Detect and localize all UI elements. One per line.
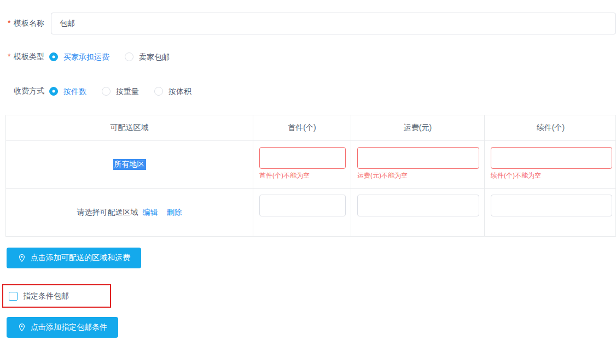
additional-item-input-row1[interactable] <box>491 147 612 169</box>
template-type-label: *模板类型 <box>8 52 49 62</box>
additional-item-cell-row1: 续件(个)不能为空 <box>485 141 616 189</box>
custom-region-placeholder-text: 请选择可配送区域 <box>77 208 138 218</box>
location-pin-icon <box>18 254 26 262</box>
template-name-label: *模板名称 <box>8 19 49 28</box>
conditional-free-shipping-box: 指定条件包邮 <box>2 284 111 308</box>
shipping-template-form: *模板名称 *模板类型 买家承担运费 卖家包邮 *收费方式 按件数 按重量 按体… <box>0 0 616 364</box>
radio-seller-free-icon[interactable] <box>125 52 133 61</box>
radio-buyer-pays-label[interactable]: 买家承担运费 <box>63 52 109 61</box>
radio-option-by-piece[interactable]: 按件数 <box>49 87 86 96</box>
radio-by-volume-label[interactable]: 按体积 <box>168 87 191 96</box>
radio-by-piece-label[interactable]: 按件数 <box>63 87 86 96</box>
additional-item-input-row2[interactable] <box>491 195 612 216</box>
radio-option-by-weight[interactable]: 按重量 <box>102 87 139 96</box>
template-type-label-text: 模板类型 <box>14 52 44 61</box>
template-name-input[interactable] <box>51 13 616 34</box>
radio-seller-free-label[interactable]: 卖家包邮 <box>139 52 170 61</box>
add-region-button-label: 点击添加可配送的区域和运费 <box>31 253 130 263</box>
template-name-row: *模板名称 <box>8 13 49 34</box>
charge-method-label-text: 收费方式 <box>14 86 44 95</box>
shipping-fee-input-row2[interactable] <box>357 195 479 216</box>
template-type-row: *模板类型 买家承担运费 卖家包邮 <box>8 52 185 61</box>
all-regions-label: 所有地区 <box>113 159 146 170</box>
first-item-cell-row1: 首件(个)不能为空 <box>253 141 351 189</box>
charge-method-label: *收费方式 <box>8 86 49 96</box>
delete-region-link[interactable]: 删除 <box>167 208 182 218</box>
header-additional-item: 续件(个) <box>485 115 616 141</box>
additional-item-error: 续件(个)不能为空 <box>491 171 616 180</box>
add-condition-button-label: 点击添加指定包邮条件 <box>31 322 107 332</box>
shipping-fee-cell-row1: 运费(元)不能为空 <box>351 141 485 189</box>
shipping-fee-cell-row2 <box>351 189 485 236</box>
table-row-custom-region-cell: 请选择可配送区域 编辑 删除 <box>6 189 253 236</box>
first-item-input-row1[interactable] <box>259 147 346 169</box>
header-shipping-fee: 运费(元) <box>351 115 485 141</box>
radio-by-piece-icon[interactable] <box>49 87 58 96</box>
shipping-fee-input-row1[interactable] <box>357 147 479 169</box>
template-name-label-text: 模板名称 <box>14 19 44 27</box>
radio-option-seller-free[interactable]: 卖家包邮 <box>125 52 170 61</box>
add-region-button[interactable]: 点击添加可配送的区域和运费 <box>7 248 141 268</box>
edit-region-link[interactable]: 编辑 <box>143 208 158 218</box>
shipping-fee-table: 可配送区域 首件(个) 运费(元) 续件(个) 所有地区 首件(个)不能为空 运… <box>5 115 616 237</box>
radio-by-volume-icon[interactable] <box>154 87 163 96</box>
radio-buyer-pays-icon[interactable] <box>49 52 58 61</box>
radio-by-weight-icon[interactable] <box>102 87 111 96</box>
shipping-fee-error: 运费(元)不能为空 <box>357 171 484 180</box>
radio-by-weight-label[interactable]: 按重量 <box>116 87 139 96</box>
required-mark: * <box>8 19 14 27</box>
radio-option-buyer-pays[interactable]: 买家承担运费 <box>49 52 109 61</box>
first-item-cell-row2 <box>253 189 351 236</box>
conditional-free-shipping-checkbox[interactable] <box>9 292 18 301</box>
header-first-item: 首件(个) <box>253 115 351 141</box>
header-delivery-region: 可配送区域 <box>6 115 253 141</box>
radio-option-by-volume[interactable]: 按体积 <box>154 87 191 96</box>
first-item-input-row2[interactable] <box>259 195 346 216</box>
required-mark: * <box>8 52 14 61</box>
table-row-all-regions-cell: 所有地区 <box>6 141 253 189</box>
charge-method-row: *收费方式 按件数 按重量 按体积 <box>8 87 207 96</box>
conditional-free-shipping-label[interactable]: 指定条件包邮 <box>23 291 69 301</box>
first-item-error: 首件(个)不能为空 <box>259 171 351 180</box>
location-pin-icon <box>18 323 26 332</box>
additional-item-cell-row2 <box>485 189 616 236</box>
add-condition-button[interactable]: 点击添加指定包邮条件 <box>7 317 118 338</box>
